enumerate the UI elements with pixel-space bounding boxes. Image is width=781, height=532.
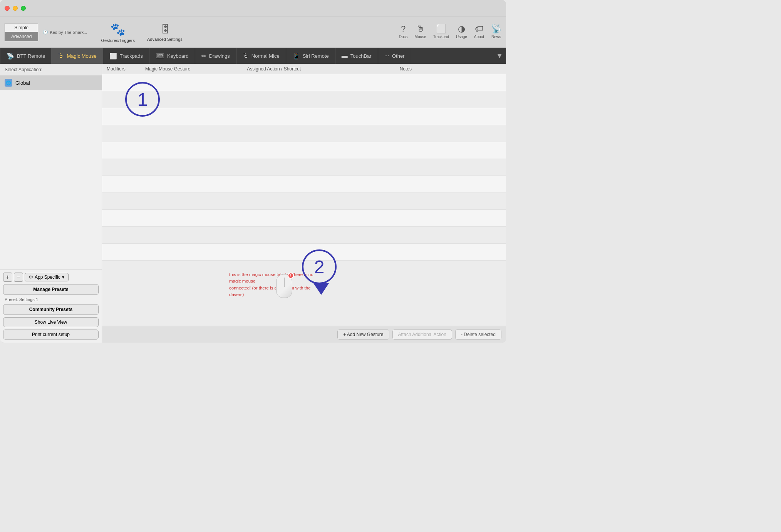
about-icon: 🏷 xyxy=(475,24,483,34)
keyboard-icon: ⌨ xyxy=(156,52,164,60)
tab-drawings[interactable]: ✏ Drawings xyxy=(195,48,236,64)
remove-app-button[interactable]: − xyxy=(14,273,23,282)
tabs-overflow[interactable]: ▼ xyxy=(496,52,506,60)
table-row[interactable] xyxy=(102,210,506,227)
col-header-modifiers: Modifiers xyxy=(107,66,145,72)
table-row[interactable] xyxy=(102,159,506,176)
tab-trackpads[interactable]: ⬜ Trackpads xyxy=(103,48,149,64)
toolbar: Simple Advanced 🕐 Ked by The Shark... 🐾 … xyxy=(0,17,506,48)
table-row[interactable] xyxy=(102,91,506,108)
about-button[interactable]: 🏷 About xyxy=(474,24,484,39)
sidebar-bottom: + − ⚙ App Specific ▾ Manage Presets Pres… xyxy=(0,269,102,343)
sidebar-controls-row: + − ⚙ App Specific ▾ xyxy=(3,273,99,282)
col-header-action: Assigned Action / Shortcut xyxy=(247,66,399,72)
fullscreen-button[interactable] xyxy=(21,6,26,11)
tuners-icon: 🎛 xyxy=(160,23,170,35)
delete-selected-button[interactable]: - Delete selected xyxy=(455,330,501,340)
clock-label: 🕐 Ked by The Shark... xyxy=(43,30,87,35)
table-row[interactable] xyxy=(102,125,506,142)
show-live-view-button[interactable]: Show Live View xyxy=(3,317,99,327)
mouse-error-badge: ! xyxy=(288,273,294,279)
simple-mode-button[interactable]: Simple xyxy=(5,23,38,32)
docs-icon: ? xyxy=(401,24,406,34)
col-header-notes: Notes xyxy=(400,66,501,72)
mouse-icon: 🖱 xyxy=(416,24,425,34)
news-button[interactable]: 📡 News xyxy=(491,24,501,39)
sidebar-item-global[interactable]: 🌐 Global xyxy=(0,76,102,90)
usage-icon: ◑ xyxy=(458,24,465,34)
table-row[interactable] xyxy=(102,193,506,210)
close-button[interactable] xyxy=(5,6,10,11)
btt-remote-icon: 📡 xyxy=(7,52,14,60)
mouse-line xyxy=(284,278,285,287)
table-row[interactable] xyxy=(102,244,506,261)
other-icon: ··· xyxy=(384,52,389,59)
clock-icon: 🕐 xyxy=(43,30,48,35)
device-tabs: 📡 BTT Remote 🖱 Magic Mouse ⬜ Trackpads ⌨… xyxy=(0,48,506,64)
manage-presets-button[interactable]: Manage Presets xyxy=(3,284,99,295)
sidebar-header: Select Application: xyxy=(0,64,102,76)
bottom-action-bar: + Add New Gesture Attach Additional Acti… xyxy=(102,326,506,343)
add-gesture-button[interactable]: + Add New Gesture xyxy=(337,330,389,340)
table-row[interactable] xyxy=(102,108,506,125)
column-headers: Modifiers Magic Mouse Gesture Assigned A… xyxy=(102,64,506,74)
traffic-lights xyxy=(5,6,26,11)
trackpad-icon: ⬜ xyxy=(436,24,446,34)
gesture-rows: 1 this is the magic mouse tab, but there… xyxy=(102,74,506,326)
attach-action-button[interactable]: Attach Additional Action xyxy=(392,330,452,340)
print-setup-button[interactable]: Print current setup xyxy=(3,330,99,340)
title-bar xyxy=(0,0,506,17)
tab-keyboard[interactable]: ⌨ Keyboard xyxy=(149,48,195,64)
mouse-error-icon: ! xyxy=(276,274,292,298)
tab-touchbar[interactable]: ▬ TouchBar xyxy=(335,48,378,64)
tab-magic-mouse[interactable]: 🖱 Magic Mouse xyxy=(52,48,103,64)
usage-button[interactable]: ◑ Usage xyxy=(456,24,467,39)
community-presets-button[interactable]: Community Presets xyxy=(3,304,99,315)
touchbar-icon: ▬ xyxy=(342,52,348,59)
mouse-button[interactable]: 🖱 Mouse xyxy=(415,24,426,39)
mouse-body: ! xyxy=(276,274,292,298)
news-icon: 📡 xyxy=(491,24,501,34)
magic-mouse-icon: 🖱 xyxy=(58,52,64,59)
global-app-icon: 🌐 xyxy=(5,79,12,87)
advanced-mode-button[interactable]: Advanced xyxy=(5,32,38,41)
tab-btt-remote[interactable]: 📡 BTT Remote xyxy=(0,48,52,64)
table-row[interactable] xyxy=(102,227,506,244)
col-header-gesture: Magic Mouse Gesture xyxy=(145,66,247,72)
main-content: Modifiers Magic Mouse Gesture Assigned A… xyxy=(102,64,506,343)
gestures-triggers-button[interactable]: 🐾 Gestures/Triggers xyxy=(95,20,141,45)
tab-other[interactable]: ··· Other xyxy=(378,48,411,64)
add-app-button[interactable]: + xyxy=(3,273,12,282)
error-message: this is the magic mouse tab, but there i… xyxy=(229,271,322,298)
mode-buttons: Simple Advanced xyxy=(5,23,38,41)
chevron-down-icon: ▾ xyxy=(62,274,64,280)
tab-siri-remote[interactable]: 📱 Siri Remote xyxy=(286,48,335,64)
minimize-button[interactable] xyxy=(13,6,18,11)
trackpads-icon: ⬜ xyxy=(109,52,117,60)
advanced-settings-button[interactable]: 🎛 Advanced Settings xyxy=(141,20,189,44)
siri-remote-icon: 📱 xyxy=(292,52,300,60)
table-row[interactable] xyxy=(102,74,506,91)
paw-icon: 🐾 xyxy=(110,22,126,37)
content-area: Select Application: 🌐 Global + − ⚙ App S… xyxy=(0,64,506,343)
app-specific-button[interactable]: ⚙ App Specific ▾ xyxy=(25,273,69,281)
table-row[interactable] xyxy=(102,142,506,159)
main-window: Simple Advanced 🕐 Ked by The Shark... 🐾 … xyxy=(0,0,506,343)
sidebar: Select Application: 🌐 Global + − ⚙ App S… xyxy=(0,64,102,343)
trackpad-button[interactable]: ⬜ Trackpad xyxy=(433,24,449,39)
table-row[interactable] xyxy=(102,176,506,193)
preset-label: Preset: Settings-1 xyxy=(3,297,99,302)
gear-icon: ⚙ xyxy=(29,274,33,280)
toolbar-right: ? Docs 🖱 Mouse ⬜ Trackpad ◑ Usage 🏷 Abou… xyxy=(399,24,501,40)
docs-button[interactable]: ? Docs xyxy=(399,24,408,39)
callout-2-tail xyxy=(313,283,329,295)
drawings-icon: ✏ xyxy=(201,52,206,60)
normal-mice-icon: 🖱 xyxy=(243,52,249,59)
tab-normal-mice[interactable]: 🖱 Normal Mice xyxy=(236,48,286,64)
